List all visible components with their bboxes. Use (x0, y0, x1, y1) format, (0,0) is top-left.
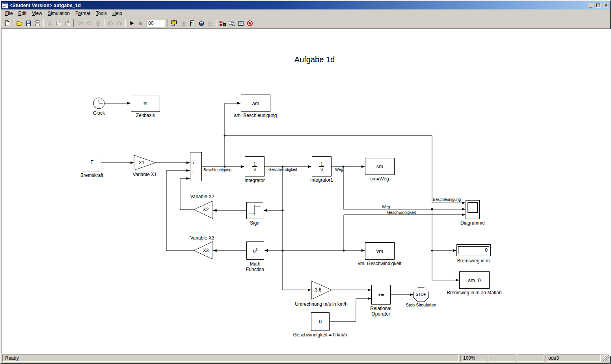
block-vm[interactable]: vm (365, 242, 395, 260)
block-sign[interactable] (246, 202, 263, 219)
stop-simulation-button[interactable] (136, 19, 145, 28)
block-bremskraft[interactable]: F (83, 153, 101, 171)
signal-label-weg-scope: Weg (382, 205, 390, 209)
integrator-transfer-function: 1s (252, 162, 257, 171)
undo-button[interactable] (106, 19, 115, 28)
build-icon (207, 20, 214, 26)
simulink-app-icon (2, 2, 8, 9)
block-vm-text: vm (376, 248, 383, 254)
new-file-button[interactable] (2, 19, 11, 28)
caption-gain-36: Umrechnung m/s in km/h (295, 301, 347, 307)
start-simulation-button[interactable] (127, 19, 136, 28)
menu-file[interactable]: File (2, 10, 15, 17)
print-button[interactable] (33, 19, 42, 28)
update-diagram-button[interactable] (188, 19, 197, 28)
menu-simulation[interactable]: Simulation (45, 10, 73, 17)
model-explorer-button[interactable] (236, 19, 245, 28)
block-zeitbasis[interactable]: ts (131, 95, 160, 112)
go-back-button[interactable] (75, 19, 84, 28)
print-icon (34, 20, 41, 26)
find-icon (228, 20, 235, 26)
block-sm[interactable]: sm (365, 158, 395, 175)
simulink-blocks-button[interactable] (218, 19, 227, 28)
menu-view[interactable]: View (29, 10, 45, 17)
block-constant-zero[interactable]: 0 (311, 312, 330, 331)
close-button[interactable]: × (603, 3, 609, 8)
status-bar: Ready 100% ode3 (2, 354, 609, 362)
block-am-text: am (252, 100, 259, 106)
library-button[interactable] (197, 19, 206, 28)
block-math-function[interactable]: u2 (246, 241, 264, 260)
model-canvas[interactable]: ts am F + - - 1s 1s sm u2 vm <= 0 0 sm_0 (2, 29, 611, 356)
minimize-button[interactable] (588, 3, 594, 8)
menu-tools[interactable]: Tools (93, 10, 110, 17)
library-stack-icon (198, 20, 205, 26)
menu-format[interactable]: Format (73, 10, 93, 17)
maximize-button[interactable] (595, 3, 601, 8)
status-zoom: 100% (460, 355, 487, 362)
gain-x3-value: X3 (203, 248, 209, 253)
toolbar-separator (73, 19, 74, 27)
paste-icon (65, 20, 71, 26)
block-bremskraft-text: F (91, 159, 94, 165)
svg-text:Y: Y (173, 21, 175, 24)
window-title: <Student Version> aufgabe_1d (9, 3, 81, 8)
block-scope[interactable] (466, 200, 480, 219)
forward-arrow-icon (86, 20, 92, 26)
caption-var-x1: Variable X1 (132, 172, 156, 177)
block-sm0[interactable]: sm_0 (459, 271, 490, 289)
block-integrator[interactable]: 1s (245, 156, 265, 176)
go-up-button[interactable] (93, 19, 102, 28)
caption-clock: Clock (93, 110, 105, 116)
block-zeitbasis-text: ts (143, 100, 147, 106)
caption-relational-operator-2: Operator (371, 311, 390, 317)
sum-port-minus1: - (192, 169, 194, 173)
paste-button[interactable] (63, 19, 72, 28)
toolbar-separator (168, 19, 168, 27)
save-button[interactable] (24, 19, 33, 28)
block-integrator1[interactable]: 1s (312, 156, 332, 176)
undo-icon (107, 20, 114, 26)
build-button[interactable] (206, 19, 215, 28)
save-icon (25, 20, 32, 26)
sum-port-minus2: - (192, 177, 194, 181)
copy-icon (56, 20, 62, 26)
block-display[interactable]: 0 (456, 244, 491, 256)
caption-zeitbasis: Zeitbasis (136, 113, 155, 118)
go-forward-button[interactable] (84, 19, 93, 28)
copy-button[interactable] (54, 19, 63, 28)
back-arrow-icon (77, 20, 83, 26)
signal-label-beschleunigung: Beschleunigung (203, 168, 231, 172)
caption-bremskraft: Bremskraft (80, 173, 103, 178)
disable-highlight-button[interactable] (245, 19, 254, 28)
toolbar-separator (13, 19, 13, 27)
toolbar-separator (125, 19, 126, 27)
cut-icon (47, 20, 53, 26)
signal-label-beschleunigung-scope: Beschleunigung (433, 197, 461, 202)
redo-button[interactable] (115, 19, 124, 28)
menu-help[interactable]: Help (110, 10, 125, 17)
math-function-expression: u2 (253, 247, 257, 254)
block-am[interactable]: am (241, 95, 270, 112)
library-browser-button[interactable]: Y (170, 19, 179, 28)
block-sum[interactable]: + - - (190, 152, 202, 181)
menu-edit[interactable]: Edit (15, 10, 29, 17)
gain-36-value: 3.6 (315, 287, 322, 293)
relational-operator-text: <= (378, 292, 384, 298)
open-button[interactable] (15, 19, 24, 28)
model-browser-button[interactable] (179, 19, 188, 28)
cut-button[interactable] (45, 19, 54, 28)
display-value: 0 (458, 246, 489, 254)
signal-label-weg: Weg (335, 167, 343, 172)
resize-grip[interactable] (603, 355, 609, 361)
caption-math-function-1: Math (250, 261, 261, 267)
block-relational-operator[interactable]: <= (371, 285, 391, 305)
maximize-icon (596, 4, 600, 7)
status-solver: ode3 (546, 355, 601, 362)
caption-math-function-2: Function (246, 267, 264, 272)
simulation-stop-time-input[interactable] (147, 20, 165, 27)
find-button[interactable] (227, 19, 236, 28)
minimize-icon (589, 4, 592, 7)
caption-sm0: Bremsweg in m an Matlab (447, 290, 502, 295)
status-panel-empty2 (517, 355, 544, 362)
